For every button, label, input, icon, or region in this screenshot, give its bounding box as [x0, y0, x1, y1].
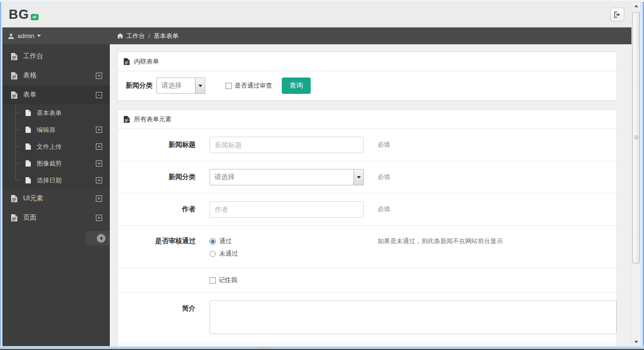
- review-label: 是否审核通过: [118, 235, 196, 258]
- app-root: BG ui admin: [2, 2, 631, 346]
- expand-plus-icon[interactable]: +: [96, 177, 102, 183]
- scroll-down-button[interactable]: [632, 338, 641, 346]
- breadcrumb: 工作台 / 基本表单: [110, 27, 631, 44]
- expand-plus-icon[interactable]: +: [96, 160, 102, 167]
- sidebar-subitem-date-picker[interactable]: 选择日期 +: [2, 172, 110, 189]
- file-text-icon: [11, 195, 17, 202]
- news-title-row: 新闻标题 必填: [118, 129, 617, 161]
- window-frame-left: [0, 2, 2, 346]
- panel-title: 内联表单: [134, 57, 159, 66]
- file-text-icon: [124, 116, 130, 123]
- file-icon: [26, 127, 31, 133]
- select-dropdown-button[interactable]: [354, 169, 363, 185]
- expand-plus-icon[interactable]: +: [96, 143, 102, 150]
- app-logo: BG: [9, 7, 29, 22]
- sidebar-subitem-basic-form[interactable]: 基本表单: [2, 104, 110, 121]
- vertical-scrollbar[interactable]: [631, 2, 640, 346]
- chevron-down-icon: [198, 85, 202, 87]
- review-fail-label: 未通过: [219, 249, 238, 258]
- author-input[interactable]: [210, 201, 364, 218]
- review-pass-radio[interactable]: [210, 238, 216, 245]
- expand-plus-icon[interactable]: +: [96, 73, 102, 79]
- file-text-icon: [11, 91, 17, 99]
- category-select-value: 请选择: [157, 78, 195, 93]
- select-dropdown-button[interactable]: [195, 78, 205, 93]
- remember-checkbox-label: 记住我: [219, 276, 237, 285]
- page-content: 内联表单 新闻分类 请选择 是否通过审查: [110, 44, 631, 346]
- sidebar-item-ui-elements[interactable]: UI元素 +: [2, 189, 110, 208]
- category-select[interactable]: 请选择: [157, 78, 205, 94]
- sidebar-subitem-image-crop[interactable]: 图像裁剪 +: [2, 155, 110, 172]
- sidebar-subitem-label: 编辑器: [37, 126, 96, 134]
- file-text-icon: [11, 53, 17, 60]
- file-icon: [26, 143, 31, 150]
- sidebar-item-label: UI元素: [23, 194, 96, 203]
- file-text-icon: [11, 214, 17, 221]
- author-label: 作者: [118, 201, 196, 218]
- sidebar-item-workbench[interactable]: 工作台: [2, 47, 110, 66]
- inline-form-panel: 内联表单 新闻分类 请选择 是否通过审查: [117, 52, 617, 101]
- news-category-select[interactable]: 请选择: [210, 169, 364, 185]
- news-title-label: 新闻标题: [118, 137, 196, 153]
- sidebar-item-label: 表单: [23, 91, 96, 99]
- sidebar-item-forms[interactable]: 表单 −: [2, 85, 110, 104]
- sidebar-item-label: 工作台: [23, 52, 102, 61]
- file-icon: [26, 160, 31, 167]
- sidebar-item-pages[interactable]: 页面 +: [2, 208, 110, 227]
- sidebar-subitem-label: 图像裁剪: [37, 159, 96, 168]
- scrollbar-thumb[interactable]: [632, 12, 640, 263]
- intro-label: 简介: [118, 300, 196, 336]
- breadcrumb-home-link[interactable]: 工作台: [126, 32, 145, 40]
- sign-out-icon: [614, 12, 621, 18]
- review-row: 是否审核通过 通过 未通过: [118, 225, 617, 268]
- sidebar-subitem-editor[interactable]: 编辑器 +: [2, 121, 110, 138]
- audit-checkbox-label: 是否通过审查: [235, 81, 272, 90]
- breadcrumb-separator: /: [148, 32, 150, 39]
- sidebar-collapse-button[interactable]: [86, 231, 110, 246]
- expand-plus-icon[interactable]: +: [96, 215, 102, 221]
- sidebar: admin 工作台 表格 + 表单: [2, 27, 110, 346]
- review-fail-radio[interactable]: [210, 251, 216, 257]
- sidebar-nav: 工作台 表格 + 表单 − 基: [2, 44, 110, 246]
- sidebar-subitem-label: 选择日期: [37, 176, 96, 185]
- chevron-down-icon: [357, 176, 361, 179]
- user-menu[interactable]: admin: [2, 27, 110, 44]
- sidebar-item-label: 表格: [23, 71, 96, 80]
- review-pass-label: 通过: [219, 237, 232, 246]
- arrow-down-icon: [634, 341, 638, 343]
- window-frame-right: [640, 2, 644, 346]
- sidebar-subitem-file-upload[interactable]: 文件上传 +: [2, 138, 110, 155]
- intro-textarea[interactable]: [210, 300, 617, 334]
- intro-row: 简介: [118, 292, 617, 344]
- news-title-input[interactable]: [210, 137, 364, 153]
- arrow-up-icon: [634, 5, 638, 7]
- scroll-up-button[interactable]: [632, 2, 641, 10]
- remember-row: 记住我: [118, 268, 617, 292]
- file-text-icon: [124, 58, 130, 65]
- all-form-elements-panel: 所有表单元素 新闻标题 必填 新闻分类: [117, 109, 617, 346]
- chevron-down-icon: [37, 35, 41, 37]
- news-category-label: 新闻分类: [118, 169, 196, 185]
- arrow-left-circle-icon: [97, 234, 105, 243]
- logout-button[interactable]: [610, 8, 624, 22]
- query-button[interactable]: 查询: [282, 78, 311, 94]
- logo-ui-badge: ui: [31, 14, 39, 20]
- file-icon: [26, 177, 31, 183]
- required-hint: 必填: [378, 169, 390, 185]
- home-icon: [117, 33, 123, 39]
- username: admin: [17, 32, 34, 39]
- file-icon: [26, 110, 31, 116]
- sidebar-item-tables[interactable]: 表格 +: [2, 66, 110, 85]
- all-form-panel-header: 所有表单元素: [118, 110, 617, 129]
- expand-plus-icon[interactable]: +: [96, 195, 102, 202]
- main-area: 工作台 / 基本表单 内联表单 新闻分类 请选择: [110, 27, 631, 346]
- top-header: BG ui: [2, 2, 631, 27]
- expand-plus-icon[interactable]: +: [96, 127, 102, 133]
- sidebar-subitem-label: 文件上传: [37, 143, 96, 151]
- file-text-icon: [11, 72, 17, 79]
- collapse-minus-icon[interactable]: −: [96, 92, 102, 98]
- remember-checkbox[interactable]: [210, 277, 216, 284]
- panel-title: 所有表单元素: [134, 115, 171, 124]
- category-label: 新闻分类: [126, 81, 153, 90]
- audit-checkbox[interactable]: [225, 83, 232, 89]
